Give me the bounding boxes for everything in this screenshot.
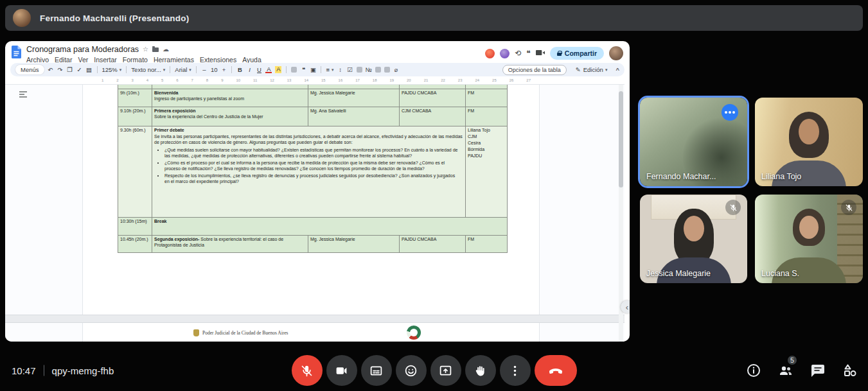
print-icon[interactable]: ❐ [67, 67, 73, 73]
ruler-number: 4 [146, 78, 148, 82]
bullet-item[interactable]: ¿Qué medidas suelen solicitarse con mayo… [164, 148, 463, 159]
participant-tile-luciana[interactable]: Luciana S. [755, 195, 863, 283]
participants-button[interactable]: 5 [778, 363, 793, 378]
font-size-increase[interactable]: + [220, 67, 227, 73]
menus-button[interactable]: Menús [15, 65, 44, 74]
ruler-number: 1 [102, 78, 103, 82]
insert-link-icon[interactable] [291, 67, 297, 73]
bullet-item[interactable]: Respecto de los incumplimientos, ¿se lle… [164, 173, 463, 185]
font-size-decrease[interactable]: – [201, 67, 208, 73]
cell-content[interactable]: Primer debate Se invita a las personas p… [152, 126, 466, 218]
table-options-button[interactable]: Opciones de la tabla [502, 65, 567, 75]
cell-speaker[interactable]: Mg. Ana Salvatelli [308, 107, 400, 126]
comments-icon[interactable]: ❝ [526, 49, 530, 57]
raise-hand-button[interactable] [465, 355, 496, 386]
document-page: 9h (10m.) BienvenidaIngreso de participa… [82, 85, 540, 315]
text-color-icon[interactable]: A [265, 66, 272, 74]
underline-icon[interactable]: U [256, 67, 262, 73]
cell-org[interactable]: PAJDU CMCABA [400, 236, 466, 253]
bullet-item[interactable]: ¿Cómo es el proceso por el cual se infor… [164, 161, 463, 172]
checklist-icon[interactable]: ☑ [347, 67, 353, 73]
participant-tile-jessica[interactable]: Jessica Malegarie [640, 195, 747, 283]
meet-cam-icon[interactable] [536, 49, 545, 57]
ruler-number: 14 [304, 78, 308, 82]
collaborator-avatar [500, 49, 509, 58]
collaborator-avatar [485, 49, 495, 58]
cell-resp[interactable]: FM [466, 107, 508, 126]
indent-decrease-icon[interactable] [375, 67, 381, 73]
hide-menus-icon[interactable]: ^ [616, 66, 619, 73]
table-row: 9.10h (20m.) Primera exposiciónSobre la … [118, 107, 508, 126]
camera-button[interactable] [326, 355, 357, 386]
cell-content[interactable]: Primera exposiciónSobre la experiencia d… [152, 107, 308, 126]
participant-tile-fernando[interactable]: Fernando Machar... [640, 98, 747, 186]
document-outline-icon[interactable] [19, 91, 27, 98]
reactions-button[interactable] [396, 355, 427, 386]
spellcheck-icon[interactable]: ✓ [76, 67, 83, 73]
captions-button[interactable] [361, 355, 392, 386]
bold-icon[interactable]: B [236, 67, 243, 73]
bulleted-list-icon[interactable] [357, 67, 362, 73]
pajdu-logo-icon [407, 326, 421, 340]
numbered-list-icon[interactable]: № [366, 67, 372, 73]
clear-formatting-icon[interactable]: ⌀ [393, 67, 400, 73]
cloud-status-icon: ☁ [163, 46, 169, 53]
align-select[interactable]: ≡▾ [326, 66, 333, 73]
cell-speaker[interactable]: Mg. Jessica Malegarie [308, 236, 400, 253]
version-history-icon[interactable]: ⟲ [515, 49, 521, 57]
cell-resp[interactable]: FM [466, 89, 508, 107]
present-button[interactable] [430, 355, 461, 386]
font-select[interactable]: Arial▾ [175, 66, 191, 73]
cell-time[interactable]: 9.10h (20m.) [118, 107, 152, 126]
document-canvas[interactable]: 9h (10m.) BienvenidaIngreso de participa… [5, 85, 624, 342]
collapse-panel-icon[interactable]: ‹ [621, 300, 630, 313]
cell-content[interactable]: BienvenidaIngreso de participantes y pan… [152, 89, 308, 107]
line-spacing-icon[interactable]: ↕ [337, 67, 344, 73]
meeting-details-button[interactable] [746, 363, 761, 378]
font-size-value[interactable]: 10 [211, 66, 218, 73]
italic-icon[interactable]: I [246, 67, 252, 73]
mic-button[interactable] [292, 355, 323, 386]
indent-increase-icon[interactable] [384, 67, 390, 73]
cell-speaker[interactable]: Mg. Jessica Malegarie [308, 89, 400, 107]
cell-time[interactable]: 10:30h (15m) [118, 218, 152, 236]
docs-header: Cronograma para Moderadoras ☆ ☁ Archivo … [5, 41, 630, 62]
highlight-icon[interactable]: A [275, 66, 281, 73]
ruler-number: 11 [253, 78, 257, 82]
ruler-number: 13 [287, 78, 292, 82]
page-break [5, 315, 624, 323]
zoom-select[interactable]: 125%▾ [102, 66, 122, 73]
participant-count-badge: 5 [786, 354, 798, 366]
doc-scroll-thumb[interactable] [619, 91, 623, 187]
cell-panelists[interactable]: Liliana Tojo CJM Cesira Bórmida PAJDU [466, 126, 508, 218]
end-call-button[interactable] [535, 355, 577, 386]
activities-button[interactable] [842, 363, 858, 378]
account-avatar[interactable] [609, 46, 623, 60]
cell-time[interactable]: 10.45h (20m.) [118, 236, 152, 253]
ruler: 1234567891011121314151617181920212223242… [5, 78, 624, 85]
cell-org[interactable]: CJM CMCABA [400, 107, 466, 126]
ruler-number: 21 [424, 78, 429, 82]
participant-name: Luciana S. [761, 269, 799, 278]
cell-org[interactable]: PAJDU CMCABA [400, 89, 466, 107]
share-button[interactable]: Compartir [550, 47, 604, 60]
styles-select[interactable]: Texto nor...▾ [131, 66, 165, 73]
participant-tile-liliana[interactable]: Liliana Tojo [755, 98, 863, 186]
cell-content[interactable]: Break [152, 218, 508, 236]
more-options-button[interactable] [500, 355, 531, 386]
redo-icon[interactable]: ↷ [57, 67, 64, 73]
chat-button[interactable] [810, 363, 826, 378]
presentation-stage[interactable]: Cronograma para Moderadoras ☆ ☁ Archivo … [5, 41, 630, 342]
insert-image-icon[interactable]: ▣ [310, 67, 316, 73]
cell-content[interactable]: Segunda exposición- Sobre la experiencia… [152, 236, 308, 253]
editing-mode-select[interactable]: ✎ Edición ▾ [575, 66, 608, 73]
add-comment-icon[interactable]: ❝ [300, 67, 306, 73]
paint-format-icon[interactable]: ▤ [86, 67, 93, 73]
cell-time[interactable]: 9h (10m.) [118, 89, 152, 107]
cell-resp[interactable]: FM [466, 236, 508, 253]
cell-time[interactable]: 9.30h (60m.) [118, 126, 152, 218]
undo-icon[interactable]: ↶ [48, 67, 54, 73]
move-folder-icon[interactable] [152, 48, 159, 52]
doc-title[interactable]: Cronograma para Moderadoras [26, 45, 139, 54]
star-icon[interactable]: ☆ [143, 46, 148, 53]
